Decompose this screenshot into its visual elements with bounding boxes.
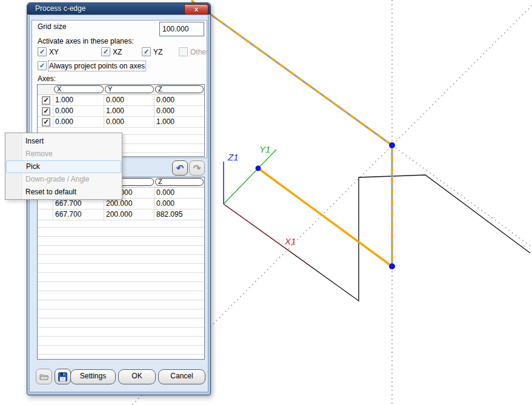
axes-cell[interactable]: 0.000 <box>155 106 204 116</box>
close-button[interactable]: x <box>184 4 208 15</box>
selected-edge-diagonal[interactable] <box>191 1 392 145</box>
settings-button[interactable]: Settings <box>70 369 116 384</box>
menu-item-reset-to-default[interactable]: Reset to default <box>5 186 122 199</box>
axes-table-header: X Y Z <box>38 85 204 95</box>
menu-item-remove: Remove <box>5 148 122 160</box>
point-marker[interactable] <box>389 263 395 269</box>
axes-column-header-x[interactable]: X <box>54 85 104 93</box>
row-checkbox[interactable]: ✓ <box>42 107 50 116</box>
dialog-title: Process c-edge <box>35 4 85 13</box>
menu-item-down-grade-angle: Down-grade / Angle <box>5 173 122 186</box>
points-cell[interactable]: 667.700 <box>53 199 104 209</box>
points-cell[interactable]: 0.000 <box>155 188 204 198</box>
checkbox-xy-label: XY <box>49 48 59 56</box>
checkbox-xz[interactable]: ✓ XZ <box>101 47 122 56</box>
axes-cell[interactable]: 0.000 <box>155 95 204 105</box>
points-table-row[interactable]: 667.700 200.000 0.000 <box>38 199 204 209</box>
save-button[interactable] <box>55 369 71 384</box>
folder-open-icon <box>39 373 49 381</box>
z1-axis-label: Z1 <box>227 152 239 162</box>
axes-header-spacer <box>38 85 53 94</box>
axes-column-header-z[interactable]: Z <box>155 85 204 93</box>
axes-column-header-y[interactable]: Y <box>105 85 154 93</box>
redo-button[interactable]: ↷ <box>189 160 205 176</box>
redo-icon: ↷ <box>193 163 201 173</box>
checkbox-other-mark <box>179 47 188 56</box>
checkbox-xy[interactable]: ✓ XY <box>38 47 59 56</box>
points-cell[interactable]: 0.000 <box>155 199 204 209</box>
undo-button[interactable]: ↶ <box>172 160 188 176</box>
checkbox-other-label: Other <box>190 48 208 56</box>
axes-cell[interactable]: 1.000 <box>53 95 104 105</box>
close-icon: x <box>195 5 198 13</box>
planes-label: Activate axes in these planes: <box>38 37 134 45</box>
row-checkbox[interactable]: ✓ <box>42 96 50 105</box>
points-table-empty-rows <box>38 219 204 359</box>
checkbox-xy-mark: ✓ <box>38 47 47 56</box>
checkbox-other: Other <box>179 47 208 56</box>
grid-size-label: Grid size <box>38 22 66 31</box>
row-checkbox[interactable]: ✓ <box>42 118 50 127</box>
axes-table-row[interactable]: ✓ 0.000 1.000 0.000 <box>38 106 204 117</box>
checkbox-always-project[interactable]: ✓ Always project points on axes <box>38 61 145 70</box>
menu-item-insert[interactable]: Insert <box>5 135 122 148</box>
checkbox-always-project-label: Always project points on axes <box>49 62 145 70</box>
axes-cell[interactable]: 0.000 <box>53 106 104 116</box>
axes-cell[interactable]: 1.000 <box>104 106 155 116</box>
point-marker[interactable] <box>256 166 261 171</box>
checkbox-xz-mark: ✓ <box>101 47 110 56</box>
model-edge-polyline <box>224 175 530 301</box>
ok-button[interactable]: OK <box>118 369 156 384</box>
construction-line-x-diagonal <box>392 145 532 247</box>
floppy-disk-icon <box>58 372 67 381</box>
checkbox-xz-label: XZ <box>113 48 122 56</box>
points-column-header-z[interactable]: Z <box>155 178 204 186</box>
axes-table-row[interactable]: ✓ 1.000 0.000 0.000 <box>38 95 204 106</box>
grid-size-input[interactable] <box>159 22 204 36</box>
checkbox-yz[interactable]: ✓ YZ <box>142 47 162 56</box>
menu-item-pick[interactable]: Pick <box>6 160 121 173</box>
axes-cell[interactable]: 0.000 <box>104 95 155 105</box>
context-menu: Insert Remove Pick Down-grade / Angle Re… <box>5 133 122 200</box>
open-button[interactable] <box>36 369 52 384</box>
orange-edge[interactable] <box>258 168 392 266</box>
points-table: X Y Z 200.000 0.000 667.700 200.000 0.00… <box>37 177 205 360</box>
checkbox-yz-mark: ✓ <box>142 47 151 56</box>
x1-axis-label: X1 <box>284 236 296 246</box>
points-cell[interactable]: 200.000 <box>104 199 155 209</box>
undo-icon: ↶ <box>176 163 184 173</box>
points-cell-spacer <box>38 199 53 209</box>
dialog-client-area: Grid size Activate axes in these planes:… <box>29 15 208 392</box>
checkbox-always-project-mark: ✓ <box>38 61 47 70</box>
axes-label: Axes: <box>38 74 56 83</box>
y1-axis-label: Y1 <box>259 144 270 154</box>
dialog-titlebar[interactable]: Process c-edge x <box>27 3 210 15</box>
cancel-button[interactable]: Cancel <box>158 369 205 384</box>
point-marker[interactable] <box>389 142 395 148</box>
checkbox-yz-label: YZ <box>153 48 162 56</box>
